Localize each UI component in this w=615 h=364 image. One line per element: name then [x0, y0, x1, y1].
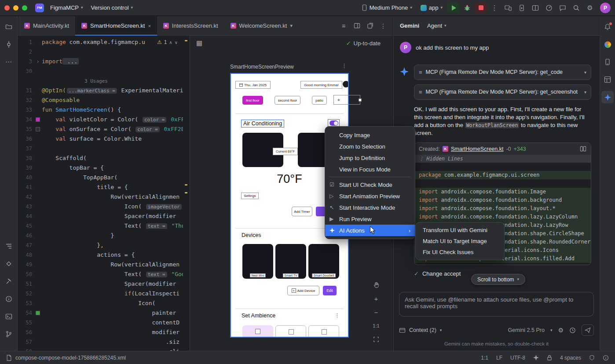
tab-gemini[interactable]: Gemini — [400, 22, 419, 29]
floor-chip[interactable]: patio — [312, 96, 326, 105]
device-tile[interactable]: Nest Mini — [242, 244, 273, 279]
services-tool-icon[interactable] — [3, 258, 15, 270]
created-file-link[interactable]: SmartHomeScreen.kt — [451, 146, 503, 152]
device-tile[interactable]: Smart TV — [275, 244, 306, 279]
scroll-to-bottom-button[interactable]: Scroll to bottom ▾ — [471, 274, 525, 285]
editor-tab[interactable]: KWelcomeScreen.kt▾ — [224, 16, 299, 35]
zoom-out-button[interactable]: − — [371, 307, 381, 317]
run-config-selector[interactable]: app ▾ — [417, 3, 446, 13]
ambience-tile[interactable] — [275, 325, 306, 338]
project-widget[interactable]: FigmaMCP ▾ — [47, 3, 87, 13]
device-selector[interactable]: Medium Phone ▾ — [358, 3, 416, 13]
app-insights-icon[interactable] — [601, 38, 614, 51]
user-avatar[interactable]: P — [600, 3, 611, 13]
settings-gear-icon[interactable]: ⚙ — [584, 2, 596, 14]
ai-status-sparkle-icon[interactable] — [533, 355, 539, 360]
running-devices-icon[interactable] — [516, 2, 528, 14]
color-preview-swatch[interactable] — [36, 127, 40, 131]
menu-item[interactable]: ↖Start Interactive Mode — [325, 202, 415, 213]
chevron-down-icon[interactable]: ▾ — [290, 23, 293, 29]
code-editor[interactable]: ⚠ 1 ∧ ∨ 1package com.example.figmamcp.u2… — [18, 36, 189, 351]
preview-options-kebab-icon[interactable]: ⋮ — [341, 62, 347, 69]
tool-call-card[interactable]: ≡MCP (Figma Remote Dev Mode MCP Server):… — [414, 84, 591, 100]
menu-item[interactable]: Copy Image — [325, 129, 415, 141]
selected-add-chip[interactable]: + — [333, 95, 360, 105]
ambience-tile[interactable] — [242, 325, 273, 338]
debug-button[interactable] — [461, 2, 473, 14]
hidden-lines-row[interactable]: ⋮ Hidden Lines — [414, 155, 591, 163]
send-button[interactable] — [582, 324, 594, 336]
build-tool-icon[interactable] — [3, 275, 15, 288]
fold-arrow-icon[interactable]: › — [34, 57, 42, 66]
assistant-chat-icon[interactable] — [556, 2, 569, 14]
context-selector[interactable]: Context (2) — [409, 327, 436, 333]
structure-tool-icon[interactable] — [3, 240, 15, 252]
version-control-tool-icon[interactable] — [3, 328, 15, 340]
zoom-to-fit-icon[interactable] — [371, 335, 381, 344]
submenu-item[interactable]: Fix UI Check Issues — [416, 247, 504, 258]
floor-chip[interactable]: second floor — [275, 96, 301, 105]
close-window-button[interactable] — [4, 5, 10, 11]
commit-tool-icon[interactable] — [3, 38, 15, 51]
ambience-kebab-icon[interactable]: ⋮ — [335, 313, 340, 318]
search-everywhere-icon[interactable] — [570, 2, 582, 14]
prompt-input[interactable] — [399, 292, 593, 316]
next-problem-icon[interactable]: ∨ — [175, 40, 178, 45]
zoom-level-label[interactable]: 1:1 — [371, 321, 381, 331]
stripe-warning-mark[interactable] — [185, 184, 187, 186]
gemini-settings-gear-icon[interactable]: ⚙ — [558, 327, 564, 334]
terminal-tool-icon[interactable] — [3, 310, 15, 323]
problems-tool-icon[interactable] — [3, 293, 15, 305]
split-layout-icon[interactable] — [529, 2, 542, 14]
more-run-actions-button[interactable]: ⋮ — [488, 2, 501, 14]
minimize-window-button[interactable] — [13, 5, 18, 11]
menu-item[interactable]: Zoom to Selection — [325, 141, 415, 152]
status-file-widget[interactable]: compose-compose-model-1758866285245.xml — [6, 355, 126, 361]
stripe-weak-warning-mark[interactable] — [185, 192, 187, 193]
line-ending-widget[interactable]: LF — [496, 355, 502, 361]
floor-chip[interactable]: first floor — [242, 96, 263, 105]
color-preview-swatch[interactable] — [36, 311, 40, 315]
history-icon[interactable] — [569, 327, 576, 334]
inspections-widget[interactable]: ⚠ 1 ∧ ∨ — [154, 38, 180, 46]
maximize-window-button[interactable] — [22, 5, 27, 11]
expand-chevron-icon[interactable]: ▾ — [584, 88, 586, 95]
add-device-button[interactable]: + Add Device — [287, 286, 319, 295]
read-lock-icon[interactable] — [547, 355, 552, 360]
tab-agent[interactable]: Agent ▾ — [427, 22, 447, 29]
ambience-tile[interactable] — [308, 325, 339, 338]
menu-item[interactable]: Jump to Definition — [325, 152, 415, 164]
menu-item[interactable]: ▷Start Animation Preview — [325, 190, 415, 202]
expand-chevron-icon[interactable]: ▾ — [584, 69, 586, 75]
device-manager-icon[interactable] — [601, 56, 614, 68]
pan-hand-icon[interactable] — [371, 280, 381, 290]
edit-button[interactable]: Edit — [323, 286, 337, 295]
prev-problem-icon[interactable]: ∧ — [169, 40, 172, 45]
project-tool-icon[interactable] — [3, 21, 15, 33]
submenu-item[interactable]: Transform UI with Gemini — [416, 225, 504, 236]
notifications-status-icon[interactable] — [603, 355, 609, 361]
inspections-shield-icon[interactable] — [589, 355, 595, 360]
layout-inspector-icon[interactable] — [601, 73, 614, 86]
device-tile[interactable]: Smart Doorbell — [308, 244, 339, 279]
editor-tab[interactable]: KMainActivity.kt — [18, 16, 75, 35]
cursor-position-widget[interactable]: 1:1 — [481, 355, 488, 361]
menu-item[interactable]: View in Focus Mode — [325, 164, 415, 175]
indent-widget[interactable]: 4 spaces — [560, 355, 581, 361]
tab-options-kebab-icon[interactable]: ⋮ — [378, 21, 388, 31]
notifications-bell-icon[interactable] — [601, 21, 614, 33]
add-timer-button[interactable]: Add Timer — [292, 207, 312, 216]
profiler-icon[interactable] — [543, 2, 555, 14]
detach-editor-icon[interactable] — [365, 21, 375, 31]
menu-item[interactable]: ▶Run Preview — [325, 213, 415, 225]
submenu-item[interactable]: Match UI to Target Image — [416, 236, 504, 247]
preview-grid-mode-icon[interactable]: ▦ — [196, 39, 202, 47]
tool-call-card[interactable]: ≡MCP (Figma Remote Dev Mode MCP Server):… — [414, 65, 591, 80]
vcs-widget[interactable]: Version control ▾ — [88, 3, 137, 13]
color-preview-swatch[interactable] — [36, 117, 40, 122]
error-stripe[interactable] — [184, 36, 188, 351]
device-mirror-icon[interactable] — [502, 2, 514, 14]
editor-tab[interactable]: KInterestsScreen.kt — [157, 16, 224, 35]
gemini-tool-icon[interactable] — [601, 91, 614, 103]
editor-tab[interactable]: KSmartHomeScreen.kt× — [75, 16, 157, 35]
